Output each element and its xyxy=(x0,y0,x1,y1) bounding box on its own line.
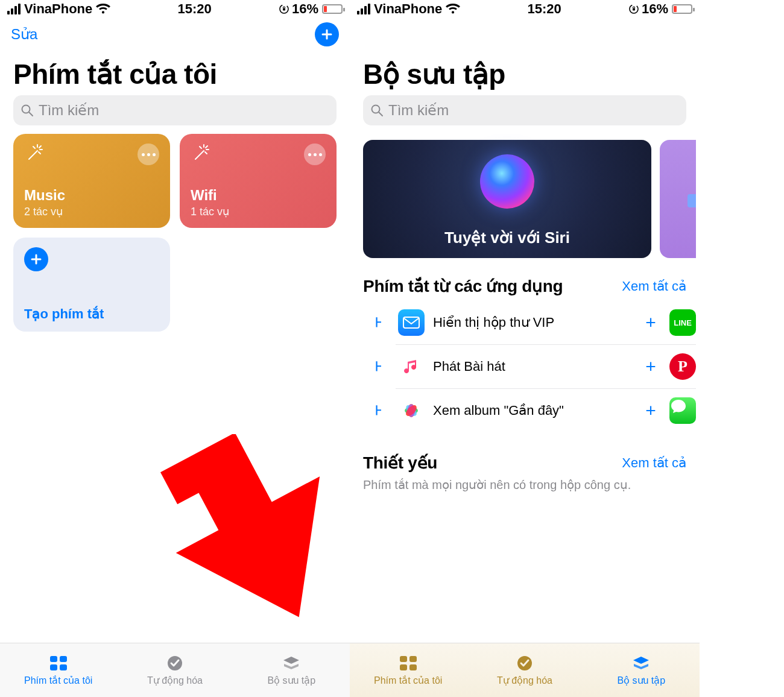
edit-button[interactable]: Sửa xyxy=(11,26,37,43)
svg-line-3 xyxy=(30,113,33,116)
tab-bar: Phím tắt của tôi Tự động hóa Bộ sưu tập xyxy=(350,643,700,697)
search-input[interactable]: Tìm kiếm xyxy=(13,95,337,125)
rotation-lock-icon xyxy=(628,4,639,14)
tab-label: Phím tắt của tôi xyxy=(374,675,442,686)
svg-point-2 xyxy=(22,106,30,113)
tab-label: Tự động hóa xyxy=(497,675,552,686)
svg-rect-25 xyxy=(403,317,419,328)
screenshot-left: VinaPhone 15:20 16% Sửa Phím tắt của tôi xyxy=(0,0,350,697)
page-title: Bộ sưu tập xyxy=(350,51,700,95)
svg-rect-34 xyxy=(400,664,407,670)
page-title: Phím tắt của tôi xyxy=(0,51,350,95)
tab-label: Bộ sưu tập xyxy=(617,675,665,686)
svg-line-24 xyxy=(379,113,383,116)
add-button[interactable]: + xyxy=(640,356,661,377)
cellular-signal-icon xyxy=(357,4,370,14)
tab-gallery[interactable]: Bộ sưu tập xyxy=(583,643,700,697)
svg-rect-18 xyxy=(50,664,57,670)
section-title: Thiết yếu xyxy=(363,453,437,473)
search-placeholder: Tìm kiếm xyxy=(39,102,99,119)
hero-card-peek[interactable] xyxy=(660,140,696,258)
svg-rect-32 xyxy=(400,656,407,662)
line-app-icon: LINE xyxy=(669,309,696,336)
rotation-lock-icon xyxy=(279,4,289,14)
svg-line-15 xyxy=(205,152,207,154)
list-item-label: Phát Bài hát xyxy=(433,359,632,374)
tab-gallery[interactable]: Bộ sưu tập xyxy=(233,643,350,697)
create-shortcut-card[interactable]: Tạo phím tắt xyxy=(13,238,170,332)
clock-check-icon xyxy=(514,654,535,672)
more-icon[interactable] xyxy=(304,144,326,165)
battery-icon xyxy=(322,4,343,14)
svg-point-23 xyxy=(372,106,380,113)
search-icon xyxy=(21,104,34,117)
more-icon[interactable] xyxy=(138,144,159,165)
wifi-icon xyxy=(446,4,460,14)
stack-icon xyxy=(631,654,651,672)
photos-app-icon xyxy=(398,397,425,424)
siri-orb-icon xyxy=(480,154,534,209)
svg-line-14 xyxy=(200,147,201,148)
messages-app-icon xyxy=(669,397,696,424)
svg-rect-22 xyxy=(633,8,635,11)
tab-automation[interactable]: Tự động hóa xyxy=(116,643,233,697)
nav-bar: Sửa xyxy=(0,18,350,51)
plus-icon xyxy=(24,247,48,271)
reorder-handle-icon[interactable]: ⊦ xyxy=(375,403,390,418)
pinterest-app-icon: P xyxy=(669,353,696,380)
carrier-label: VinaPhone xyxy=(374,1,442,17)
add-shortcut-button[interactable] xyxy=(315,22,339,46)
screenshot-right: VinaPhone 15:20 16% Bộ sưu tập Tìm kiếm xyxy=(350,0,700,697)
battery-icon xyxy=(672,4,692,14)
shortcut-subtitle: 1 tác vụ xyxy=(191,205,326,218)
tab-label: Phím tắt của tôi xyxy=(24,675,92,686)
see-all-link[interactable]: Xem tất cả xyxy=(622,279,686,294)
shortcut-card-wifi[interactable]: Wifi 1 tác vụ xyxy=(180,134,337,228)
clock-label: 15:20 xyxy=(460,1,628,17)
reorder-handle-icon[interactable]: ⊦ xyxy=(375,359,390,374)
svg-rect-33 xyxy=(409,656,417,662)
svg-rect-35 xyxy=(409,664,417,670)
list-item[interactable]: ⊦ Hiển thị hộp thư VIP + LINE xyxy=(396,301,696,345)
tab-my-shortcuts[interactable]: Phím tắt của tôi xyxy=(0,643,116,697)
gallery-hero-row[interactable]: Tuyệt vời với Siri xyxy=(350,134,700,263)
section-subtitle: Phím tắt mà mọi người nên có trong hộp c… xyxy=(350,478,700,498)
search-input[interactable]: Tìm kiếm xyxy=(363,95,686,125)
search-placeholder: Tìm kiếm xyxy=(388,102,449,119)
tab-label: Bộ sưu tập xyxy=(267,675,315,686)
tab-automation[interactable]: Tự động hóa xyxy=(466,643,583,697)
music-app-icon xyxy=(398,353,425,380)
svg-line-9 xyxy=(39,152,40,154)
add-button[interactable]: + xyxy=(640,312,661,333)
svg-rect-17 xyxy=(60,656,67,662)
hero-title: Tuyệt vời với Siri xyxy=(444,229,570,247)
svg-line-7 xyxy=(39,146,41,148)
create-shortcut-label: Tạo phím tắt xyxy=(24,306,159,322)
carrier-label: VinaPhone xyxy=(24,1,92,17)
clock-label: 15:20 xyxy=(110,1,279,17)
list-item[interactable]: ⊦ Xem album "Gần đây" + xyxy=(396,389,696,432)
wifi-icon xyxy=(96,4,110,14)
tab-my-shortcuts[interactable]: Phím tắt của tôi xyxy=(350,643,466,697)
grid-icon xyxy=(398,654,419,672)
section-title: Phím tắt từ các ứng dụng xyxy=(363,276,563,296)
app-shortcut-list: ⊦ Hiển thị hộp thư VIP + LINE ⊦ Phát Bài… xyxy=(350,301,700,432)
see-all-link[interactable]: Xem tất cả xyxy=(622,455,686,471)
add-button[interactable]: + xyxy=(640,400,661,421)
hero-card-siri[interactable]: Tuyệt vời với Siri xyxy=(363,140,651,258)
svg-line-4 xyxy=(29,151,37,159)
status-bar: VinaPhone 15:20 16% xyxy=(0,0,350,18)
tab-bar: Phím tắt của tôi Tự động hóa Bộ sưu tập xyxy=(0,643,350,697)
svg-rect-19 xyxy=(60,664,67,670)
stack-icon xyxy=(281,654,302,672)
svg-line-10 xyxy=(195,151,204,159)
svg-line-13 xyxy=(206,146,207,148)
shortcut-card-music[interactable]: Music 2 tác vụ xyxy=(13,134,170,228)
clock-check-icon xyxy=(165,654,185,672)
shortcuts-grid: Music 2 tác vụ Wifi xyxy=(0,134,350,332)
status-bar: VinaPhone 15:20 16% xyxy=(350,0,700,18)
reorder-handle-icon[interactable]: ⊦ xyxy=(375,315,390,330)
list-item[interactable]: ⊦ Phát Bài hát + P xyxy=(396,345,696,389)
section-header-essential: Thiết yếu Xem tất cả xyxy=(350,432,700,478)
wand-icon xyxy=(24,144,45,164)
